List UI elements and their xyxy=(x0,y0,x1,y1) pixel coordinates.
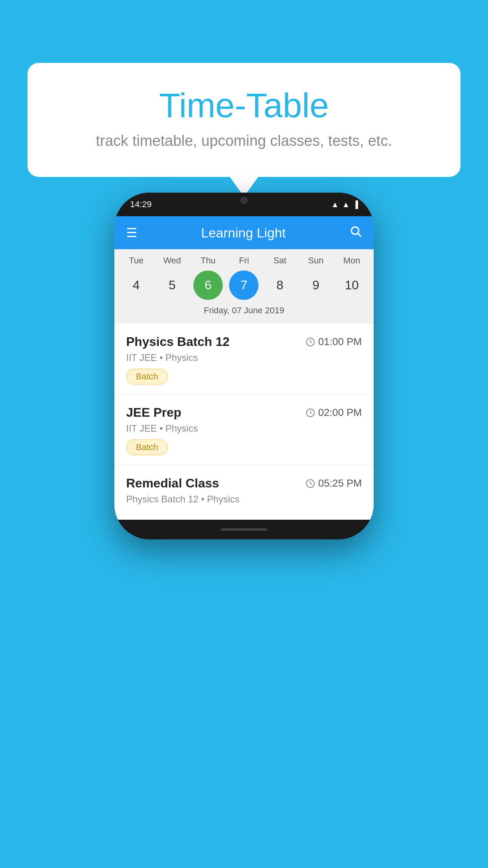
status-icons: ▲ ▲ ▐ xyxy=(331,200,358,209)
day-name-tue: Tue xyxy=(121,256,151,266)
clock-icon-1 xyxy=(306,337,315,347)
day-name-fri: Fri xyxy=(229,256,259,266)
bubble-subtitle: track timetable, upcoming classes, tests… xyxy=(59,132,429,149)
day-8[interactable]: 8 xyxy=(265,270,295,300)
class-item-2[interactable]: JEE Prep 02:00 PM IIT JEE • Physics Batc… xyxy=(114,394,374,465)
signal-icon: ▲ xyxy=(342,200,350,209)
wifi-icon: ▲ xyxy=(331,200,339,209)
calendar-week: Tue Wed Thu Fri Sat Sun Mon 4 5 6 7 8 9 … xyxy=(114,249,374,324)
search-icon[interactable] xyxy=(349,225,362,241)
batch-badge-2: Batch xyxy=(126,440,168,455)
app-header: ☰ Learning Light xyxy=(114,216,374,249)
status-time: 14:29 xyxy=(130,199,152,210)
phone-screen: ☰ Learning Light Tue Wed Thu Fri Sat xyxy=(114,216,374,520)
day-name-sun: Sun xyxy=(301,256,330,266)
class-time-2: 02:00 PM xyxy=(306,406,362,419)
battery-icon: ▐ xyxy=(353,200,358,209)
day-6-today[interactable]: 6 xyxy=(193,270,223,300)
day-5[interactable]: 5 xyxy=(158,270,187,300)
bubble-title: Time-Table xyxy=(59,86,429,125)
home-indicator xyxy=(220,528,268,531)
class-item-3[interactable]: Remedial Class 05:25 PM Physics Batch 12… xyxy=(114,465,374,520)
class-name-1: Physics Batch 12 xyxy=(126,335,229,349)
day-9[interactable]: 9 xyxy=(301,270,330,300)
app-title: Learning Light xyxy=(201,225,286,241)
speech-bubble-container: Time-Table track timetable, upcoming cla… xyxy=(28,63,460,177)
day-names-row: Tue Wed Thu Fri Sat Sun Mon xyxy=(114,256,374,266)
svg-line-1 xyxy=(358,234,361,236)
speech-bubble: Time-Table track timetable, upcoming cla… xyxy=(28,63,460,177)
clock-icon-2 xyxy=(306,408,315,417)
day-name-mon: Mon xyxy=(337,256,367,266)
day-numbers-row: 4 5 6 7 8 9 10 xyxy=(114,270,374,300)
front-camera xyxy=(240,197,248,204)
day-name-sat: Sat xyxy=(265,256,295,266)
phone-bottom-bar xyxy=(114,520,374,539)
class-meta-3: Physics Batch 12 • Physics xyxy=(126,494,362,505)
class-item-1[interactable]: Physics Batch 12 01:00 PM IIT JEE • Phys… xyxy=(114,324,374,394)
notch xyxy=(220,193,268,208)
phone-container: 14:29 ▲ ▲ ▐ ☰ Learning Light xyxy=(31,193,457,868)
class-item-1-header: Physics Batch 12 01:00 PM xyxy=(126,335,362,349)
clock-icon-3 xyxy=(306,479,315,488)
status-bar: 14:29 ▲ ▲ ▐ xyxy=(114,193,374,216)
class-time-3: 05:25 PM xyxy=(306,477,362,489)
class-name-3: Remedial Class xyxy=(126,476,219,491)
class-list: Physics Batch 12 01:00 PM IIT JEE • Phys… xyxy=(114,324,374,520)
phone-frame: 14:29 ▲ ▲ ▐ ☰ Learning Light xyxy=(114,193,374,539)
class-time-1: 01:00 PM xyxy=(306,336,362,348)
hamburger-menu-icon[interactable]: ☰ xyxy=(126,225,138,240)
class-name-2: JEE Prep xyxy=(126,405,182,420)
class-item-2-header: JEE Prep 02:00 PM xyxy=(126,405,362,420)
day-4[interactable]: 4 xyxy=(121,270,151,300)
class-item-3-header: Remedial Class 05:25 PM xyxy=(126,476,362,491)
day-7-selected[interactable]: 7 xyxy=(229,270,259,300)
selected-date-label: Friday, 07 June 2019 xyxy=(114,303,374,320)
day-name-wed: Wed xyxy=(158,256,187,266)
day-10[interactable]: 10 xyxy=(337,270,367,300)
batch-badge-1: Batch xyxy=(126,369,168,384)
day-name-thu: Thu xyxy=(193,256,223,266)
class-meta-2: IIT JEE • Physics xyxy=(126,423,362,434)
class-meta-1: IIT JEE • Physics xyxy=(126,352,362,363)
